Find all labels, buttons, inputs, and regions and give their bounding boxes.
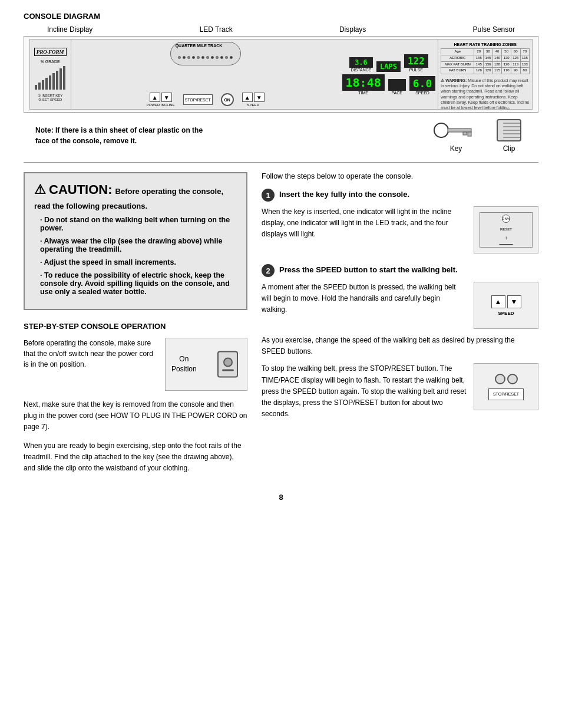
svg-rect-3 — [468, 132, 471, 136]
step-2-body-c: To stop the walking belt, press the STOP… — [262, 363, 538, 420]
caution-item-1: Do not stand on the walking belt when tu… — [34, 216, 237, 232]
caution-item-3: Adjust the speed in small increments. — [34, 258, 237, 266]
main-content: ⚠ CAUTION: Before operating the console,… — [24, 172, 538, 481]
speed-up-arrow[interactable]: ▲ — [491, 295, 505, 308]
step-para-2: When you are ready to begin exercising, … — [24, 440, 247, 475]
speed-buttons[interactable]: ▲ ▼ — [242, 93, 265, 102]
right-column: Follow the steps below to operate the co… — [262, 172, 538, 481]
on-button[interactable]: ON — [221, 93, 234, 106]
on-position-box: OnPosition — [165, 338, 247, 391]
laps-display: LAPS — [376, 61, 401, 72]
power-incline-label: POWER INCLINE — [147, 103, 175, 107]
step-1-body: When the key is inserted, one indicator … — [262, 206, 538, 253]
key-clip-note: Note: If there is a thin sheet of clear … — [35, 125, 212, 146]
key-diagram: Key Clip — [432, 118, 527, 153]
pulse-sensor-label: Pulse Sensor — [473, 25, 515, 34]
speed-down-arrow[interactable]: ▼ — [507, 295, 521, 308]
svg-rect-1 — [448, 129, 471, 132]
step-2-title: Press the SPEED button to start the walk… — [279, 264, 458, 276]
step-1-image: ON% RESET ↕ — [474, 206, 538, 253]
section-divider — [24, 162, 538, 163]
diagram-labels-row: Incline Display LED Track Displays Pulse… — [24, 25, 538, 34]
step-intro-section: Before operating the console, make sure … — [24, 338, 247, 391]
speed-display: 6.0 — [409, 76, 436, 91]
page-number: 8 — [24, 493, 538, 502]
stop-reset-mini: STOP/RESET — [488, 374, 524, 400]
caution-item-4: To reduce the possibility of electric sh… — [34, 271, 237, 296]
step-2-description-a: A moment after the SPEED button is press… — [262, 282, 467, 316]
step-2-image-a: ▲ ▼ SPEED — [474, 282, 538, 329]
incline-bars — [35, 66, 65, 90]
heart-rate-section: HEART RATE TRAINING ZONES Age20304050607… — [438, 39, 532, 109]
pulse-label: PULSE — [409, 68, 423, 72]
step-1-description: When the key is inserted, one indicator … — [262, 206, 467, 241]
step-2-description-c: To stop the walking belt, press the STOP… — [262, 363, 467, 420]
step-by-step-title: STEP-BY-STEP CONSOLE OPERATION — [24, 322, 247, 331]
svg-point-0 — [434, 123, 448, 137]
step-2: 2 Press the SPEED button to start the wa… — [262, 264, 538, 420]
step-1-number: 1 — [262, 189, 275, 202]
console-diagram-title: CONSOLE DIAGRAM — [24, 12, 538, 21]
key-clip-row: Note: If there is a thin sheet of clear … — [24, 118, 538, 153]
distance-display: 3.6 — [349, 57, 373, 68]
follow-steps-text: Follow the steps below to operate the co… — [262, 172, 538, 180]
time-display: 18:48 — [342, 74, 385, 91]
speed-buttons-mini: ▲ ▼ SPEED — [491, 295, 521, 316]
step-1-title: Insert the key fully into the console. — [279, 189, 409, 200]
pulse-display: 122 — [404, 54, 428, 68]
step-para-1: Next, make sure that the key is removed … — [24, 399, 247, 433]
mini-key-area: RESET — [500, 228, 512, 231]
distance-label: DISTANCE — [351, 68, 372, 72]
mini-console-1: ON% RESET ↕ — [480, 212, 533, 248]
displays-label: Displays — [339, 25, 366, 34]
step-2-image-b: STOP/RESET — [474, 363, 538, 410]
step-intro-text: Before operating the console, make sure … — [24, 338, 158, 370]
step-2-body-a: A moment after the SPEED button is press… — [262, 282, 538, 329]
caution-box: ⚠ CAUTION: Before operating the console,… — [24, 172, 247, 310]
stop-reset-button[interactable]: STOP/RESET — [183, 94, 213, 105]
on-position-switch — [217, 351, 238, 377]
step-2-number: 2 — [262, 264, 275, 277]
time-label: TIME — [358, 91, 368, 95]
led-track: QUARTER MILE TRACK — [170, 42, 241, 65]
displays-section: 3.6 DISTANCE LAPS 122 PULSE — [349, 54, 428, 72]
grade-label: % GRADE — [41, 60, 60, 64]
warning-text: ⚠ WARNING: Misuse of this product may re… — [441, 78, 530, 110]
svg-rect-2 — [463, 132, 467, 135]
left-column: ⚠ CAUTION: Before operating the console,… — [24, 172, 247, 481]
speed-label: SPEED — [247, 103, 259, 107]
incline-display-label: Incline Display — [47, 25, 92, 34]
speed-mini-label: SPEED — [498, 311, 514, 316]
caution-items-list: Do not stand on the walking belt when tu… — [34, 216, 237, 296]
on-position-text: OnPosition — [171, 354, 197, 374]
caution-title: ⚠ CAUTION: Before operating the console,… — [34, 182, 237, 212]
step-2-description-b: As you exercise, change the speed of the… — [262, 335, 538, 357]
pace-label: PACE — [391, 91, 402, 95]
console-diagram-box: PRO·FORM % GRADE ① INSERT KEY ② SET SPEE… — [24, 36, 538, 113]
power-incline-buttons[interactable]: ▲ ▼ — [150, 93, 172, 102]
heart-rate-table: Age203040506070 AEROBIC15514514013012511… — [441, 48, 530, 74]
displays-section-2: 18:48 TIME PACE 6.0 SPEED — [342, 74, 436, 95]
speed-disp-label: SPEED — [415, 91, 429, 95]
clip-svg — [491, 118, 527, 142]
stop-reset-btn-mini[interactable]: STOP/RESET — [488, 388, 524, 400]
proform-logo: PRO·FORM — [34, 48, 67, 56]
caution-item-2: Always wear the clip (see the drawing ab… — [34, 237, 237, 253]
clip-label: Clip — [503, 144, 515, 153]
pace-display — [388, 79, 406, 91]
led-track-label: LED Track — [200, 25, 233, 34]
mini-key-shape — [499, 244, 513, 245]
step-1: 1 Insert the key fully into the console.… — [262, 189, 538, 253]
mini-on-icon: ON% — [502, 215, 510, 223]
key-label: Key — [450, 144, 462, 153]
mini-arrows-area: ↕ — [505, 235, 507, 241]
key-svg — [432, 118, 480, 142]
